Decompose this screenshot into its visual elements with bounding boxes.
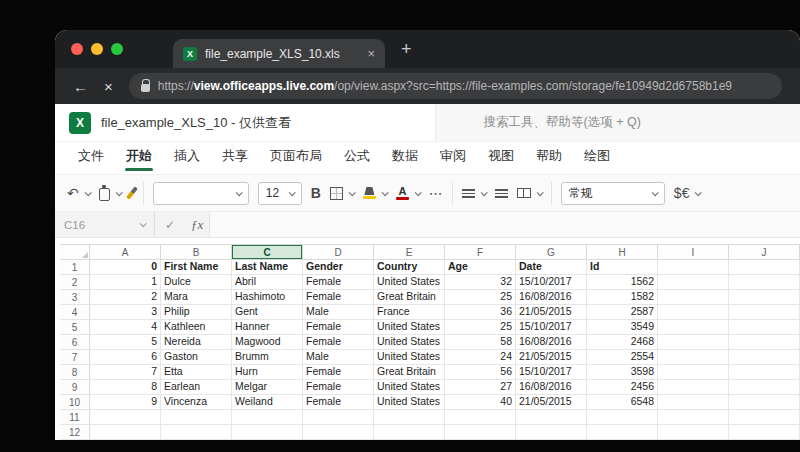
cell-F4[interactable]: 36 xyxy=(445,305,516,320)
cell-B5[interactable]: Kathleen xyxy=(161,320,232,335)
cell-J4[interactable] xyxy=(729,305,800,320)
cell-D10[interactable]: Female xyxy=(303,395,374,410)
row-header-10[interactable]: 10 xyxy=(60,395,90,410)
menu-tab-2[interactable]: 插入 xyxy=(163,147,211,174)
cell-F3[interactable]: 25 xyxy=(445,290,516,305)
cell-J11[interactable] xyxy=(729,410,800,425)
currency-format-button[interactable]: $€ xyxy=(674,186,701,200)
cell-D1[interactable]: Gender xyxy=(303,260,374,275)
cell-B3[interactable]: Mara xyxy=(161,290,232,305)
cell-H8[interactable]: 3598 xyxy=(587,365,658,380)
cell-I10[interactable] xyxy=(658,395,729,410)
cell-D6[interactable]: Female xyxy=(303,335,374,350)
cell-B1[interactable]: First Name xyxy=(161,260,232,275)
column-header-H[interactable]: H xyxy=(587,244,658,260)
column-header-B[interactable]: B xyxy=(161,244,232,260)
menu-tab-5[interactable]: 公式 xyxy=(333,147,381,174)
cell-H10[interactable]: 6548 xyxy=(587,395,658,410)
column-header-E[interactable]: E xyxy=(374,244,445,260)
cell-C5[interactable]: Hanner xyxy=(232,320,303,335)
row-header-7[interactable]: 7 xyxy=(60,350,90,365)
cell-C8[interactable]: Hurn xyxy=(232,365,303,380)
fill-color-button[interactable] xyxy=(363,187,387,199)
cell-F6[interactable]: 58 xyxy=(445,335,516,350)
row-header-6[interactable]: 6 xyxy=(60,335,90,350)
cell-H7[interactable]: 2554 xyxy=(587,350,658,365)
cell-A1[interactable]: 0 xyxy=(90,260,161,275)
cell-A12[interactable] xyxy=(90,425,161,440)
cell-I1[interactable] xyxy=(658,260,729,275)
menu-tab-9[interactable]: 帮助 xyxy=(525,147,573,174)
row-header-9[interactable]: 9 xyxy=(60,380,90,395)
menu-tab-8[interactable]: 视图 xyxy=(477,147,525,174)
cell-H2[interactable]: 1562 xyxy=(587,275,658,290)
cell-F12[interactable] xyxy=(445,425,516,440)
cell-B6[interactable]: Nereida xyxy=(161,335,232,350)
cell-H6[interactable]: 2468 xyxy=(587,335,658,350)
cell-E9[interactable]: United States xyxy=(374,380,445,395)
cell-B12[interactable] xyxy=(161,425,232,440)
cell-C9[interactable]: Melgar xyxy=(232,380,303,395)
cell-G11[interactable] xyxy=(516,410,587,425)
cell-F11[interactable] xyxy=(445,410,516,425)
font-size-select[interactable]: 12 xyxy=(258,182,302,205)
cell-I2[interactable] xyxy=(658,275,729,290)
cell-H3[interactable]: 1582 xyxy=(587,290,658,305)
cell-I4[interactable] xyxy=(658,305,729,320)
cell-I3[interactable] xyxy=(658,290,729,305)
menu-tab-7[interactable]: 审阅 xyxy=(429,147,477,174)
column-header-I[interactable]: I xyxy=(658,244,729,260)
cell-A2[interactable]: 1 xyxy=(90,275,161,290)
cell-I6[interactable] xyxy=(658,335,729,350)
cell-B7[interactable]: Gaston xyxy=(161,350,232,365)
cell-A4[interactable]: 3 xyxy=(90,305,161,320)
cell-C6[interactable]: Magwood xyxy=(232,335,303,350)
stop-button[interactable]: × xyxy=(104,79,113,94)
search-box[interactable]: 搜索工具、帮助等(选项 + Q) xyxy=(435,104,800,141)
cell-A11[interactable] xyxy=(90,410,161,425)
cell-G6[interactable]: 16/08/2016 xyxy=(516,335,587,350)
cell-B8[interactable]: Etta xyxy=(161,365,232,380)
cell-D5[interactable]: Female xyxy=(303,320,374,335)
cell-A9[interactable]: 8 xyxy=(90,380,161,395)
bold-button[interactable]: B xyxy=(311,185,321,201)
name-box[interactable]: C16 xyxy=(55,212,155,237)
cell-A6[interactable]: 5 xyxy=(90,335,161,350)
menu-tab-10[interactable]: 绘图 xyxy=(573,147,621,174)
cell-D3[interactable]: Female xyxy=(303,290,374,305)
cell-H9[interactable]: 2456 xyxy=(587,380,658,395)
tab-close-icon[interactable]: × xyxy=(367,46,375,61)
more-options-button[interactable]: ⋯ xyxy=(429,186,443,200)
row-header-3[interactable]: 3 xyxy=(60,290,90,305)
column-header-C[interactable]: C xyxy=(232,244,303,260)
cell-J9[interactable] xyxy=(729,380,800,395)
cell-H5[interactable]: 3549 xyxy=(587,320,658,335)
font-color-button[interactable]: A xyxy=(396,186,420,200)
cell-D12[interactable] xyxy=(303,425,374,440)
cell-F8[interactable]: 56 xyxy=(445,365,516,380)
cell-C3[interactable]: Hashimoto xyxy=(232,290,303,305)
cell-I7[interactable] xyxy=(658,350,729,365)
cell-J12[interactable] xyxy=(729,425,800,440)
cell-D7[interactable]: Male xyxy=(303,350,374,365)
cell-I12[interactable] xyxy=(658,425,729,440)
cell-J6[interactable] xyxy=(729,335,800,350)
cell-G4[interactable]: 21/05/2015 xyxy=(516,305,587,320)
cell-D8[interactable]: Female xyxy=(303,365,374,380)
cell-G9[interactable]: 16/08/2016 xyxy=(516,380,587,395)
number-format-select[interactable]: 常规 xyxy=(561,182,665,205)
cell-H4[interactable]: 2587 xyxy=(587,305,658,320)
cell-E1[interactable]: Country xyxy=(374,260,445,275)
formula-input[interactable] xyxy=(209,212,800,237)
row-header-12[interactable]: 12 xyxy=(60,425,90,440)
window-close-button[interactable] xyxy=(71,43,83,55)
cell-G8[interactable]: 15/10/2017 xyxy=(516,365,587,380)
cell-I8[interactable] xyxy=(658,365,729,380)
cell-F10[interactable]: 40 xyxy=(445,395,516,410)
cell-I11[interactable] xyxy=(658,410,729,425)
format-painter-button[interactable] xyxy=(130,186,134,200)
cell-J5[interactable] xyxy=(729,320,800,335)
cell-J7[interactable] xyxy=(729,350,800,365)
cell-B4[interactable]: Philip xyxy=(161,305,232,320)
cell-G12[interactable] xyxy=(516,425,587,440)
